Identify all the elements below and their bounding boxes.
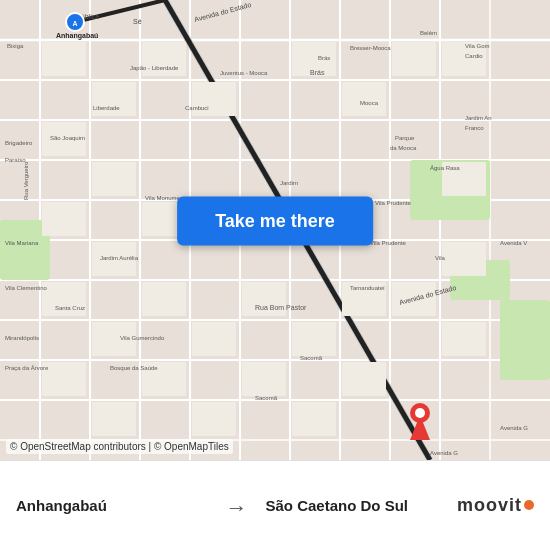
svg-text:Sacomã: Sacomã	[255, 395, 278, 401]
svg-rect-30	[42, 42, 86, 76]
svg-text:Vila: Vila	[435, 255, 446, 261]
svg-text:Mooca: Mooca	[360, 100, 379, 106]
map-attribution: © OpenStreetMap contributors | © OpenMap…	[6, 439, 233, 454]
origin-label: Anhangabaú	[16, 497, 107, 514]
svg-text:da Mooca: da Mooca	[390, 145, 417, 151]
svg-rect-56	[192, 402, 236, 436]
svg-text:Vila Prudente: Vila Prudente	[370, 240, 407, 246]
moovit-dot-icon	[524, 500, 534, 510]
svg-text:A: A	[72, 20, 77, 27]
svg-text:Japão - Liberdade: Japão - Liberdade	[130, 65, 179, 71]
svg-rect-54	[92, 402, 136, 436]
svg-rect-35	[342, 82, 386, 116]
svg-text:Jardim An: Jardim An	[465, 115, 492, 121]
svg-text:Vila Gumercindo: Vila Gumercindo	[120, 335, 165, 341]
footer-to: São Caetano Do Sul	[266, 497, 458, 514]
svg-text:Mirandópolis: Mirandópolis	[5, 335, 39, 341]
svg-text:Vila Prudente: Vila Prudente	[375, 200, 412, 206]
svg-text:Brigadeiro: Brigadeiro	[5, 140, 33, 146]
svg-text:Vila Mariana: Vila Mariana	[5, 240, 39, 246]
svg-text:Bresser-Mooca: Bresser-Mooca	[350, 45, 391, 51]
svg-text:Santa Cruz: Santa Cruz	[55, 305, 85, 311]
svg-rect-59	[342, 362, 386, 396]
footer-from: Anhangabaú	[16, 497, 208, 514]
destination-label: São Caetano Do Sul	[266, 497, 409, 514]
direction-arrow: →	[226, 495, 248, 521]
moovit-wordmark: moovit	[457, 495, 522, 516]
svg-rect-29	[500, 300, 550, 380]
svg-rect-48	[292, 322, 336, 356]
svg-text:Parque: Parque	[395, 135, 415, 141]
svg-rect-45	[142, 282, 186, 316]
svg-text:Rua Bom Pastor: Rua Bom Pastor	[255, 304, 307, 311]
svg-text:Água Rasa: Água Rasa	[430, 165, 460, 171]
svg-text:Franco: Franco	[465, 125, 484, 131]
svg-text:Avenida V: Avenida V	[500, 240, 527, 246]
moovit-logo: moovit	[457, 495, 534, 516]
svg-text:Liberdade: Liberdade	[93, 105, 120, 111]
svg-rect-46	[192, 322, 236, 356]
map-container: República Bixiga Japão - Liberdade Briga…	[0, 0, 550, 460]
svg-text:Cambuci: Cambuci	[185, 105, 209, 111]
svg-text:Tamanduateí: Tamanduateí	[350, 285, 385, 291]
svg-rect-52	[442, 322, 486, 356]
svg-text:Avenida G: Avenida G	[430, 450, 458, 456]
svg-text:Rua Vergueiro: Rua Vergueiro	[23, 161, 29, 200]
svg-text:Juventus - Mooca: Juventus - Mooca	[220, 70, 268, 76]
svg-text:Avenida G: Avenida G	[500, 425, 528, 431]
svg-text:Jardim: Jardim	[280, 180, 298, 186]
svg-text:Bosque da Saúde: Bosque da Saúde	[110, 365, 158, 371]
svg-text:Anhangabaú: Anhangabaú	[56, 32, 98, 40]
svg-text:Bixiga: Bixiga	[7, 43, 24, 49]
svg-text:Vila Gom: Vila Gom	[465, 43, 490, 49]
svg-text:Brás: Brás	[318, 55, 330, 61]
svg-text:Jardim Aurélia: Jardim Aurélia	[100, 255, 139, 261]
svg-text:Vila Clementino: Vila Clementino	[5, 285, 48, 291]
svg-text:Praça da Árvore: Praça da Árvore	[5, 365, 49, 371]
svg-rect-58	[292, 402, 336, 436]
svg-rect-39	[92, 162, 136, 196]
svg-text:Cardio: Cardio	[465, 53, 483, 59]
svg-rect-51	[442, 242, 486, 276]
svg-text:Sacomã: Sacomã	[300, 355, 323, 361]
svg-text:Sé: Sé	[133, 18, 142, 25]
svg-rect-40	[42, 202, 86, 236]
svg-rect-57	[242, 362, 286, 396]
footer: Anhangabaú → São Caetano Do Sul moovit	[0, 460, 550, 550]
take-me-there-button[interactable]: Take me there	[177, 196, 373, 245]
svg-rect-53	[42, 362, 86, 396]
svg-point-104	[415, 408, 425, 418]
svg-rect-36	[392, 42, 436, 76]
svg-text:São Joaquim: São Joaquim	[50, 135, 85, 141]
svg-text:Brás: Brás	[310, 69, 325, 76]
svg-text:Belém: Belém	[420, 30, 437, 36]
